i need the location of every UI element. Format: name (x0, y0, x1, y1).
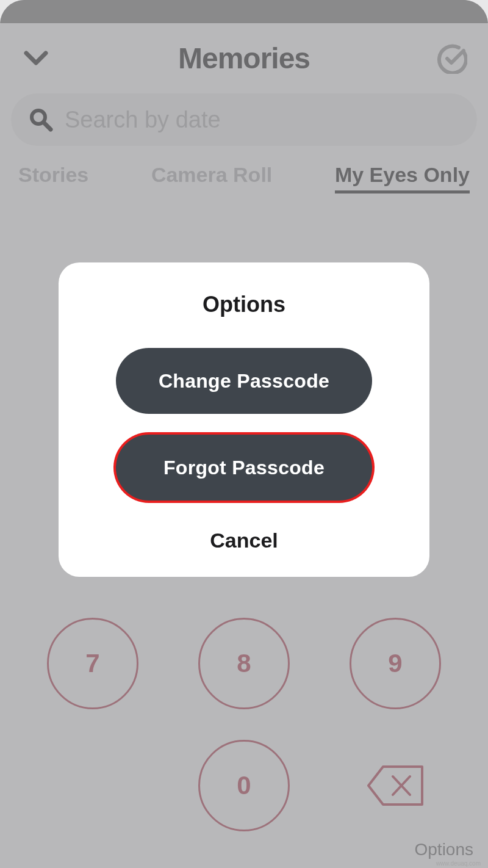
change-passcode-button[interactable]: Change Passcode (116, 348, 372, 414)
options-modal: Options Change Passcode Forgot Passcode … (59, 262, 429, 577)
forgot-passcode-button[interactable]: Forgot Passcode (116, 435, 372, 501)
modal-title: Options (203, 292, 285, 317)
cancel-button[interactable]: Cancel (210, 529, 278, 552)
